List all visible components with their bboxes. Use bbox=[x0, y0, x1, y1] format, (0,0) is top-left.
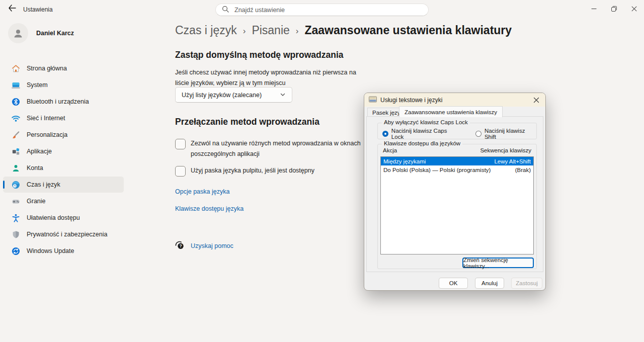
sidebar-item-granie[interactable]: Granie bbox=[3, 193, 124, 209]
search-box[interactable] bbox=[215, 4, 429, 16]
sidebar-item-label: Konta bbox=[27, 164, 43, 172]
person-icon bbox=[13, 28, 24, 39]
sidebar-item-label: Ułatwienia dostępu bbox=[27, 214, 80, 221]
press-shift-label: Naciśnij klawisz Shift bbox=[485, 128, 536, 140]
hotkey-sequence: Lewy Alt+Shift bbox=[494, 158, 531, 164]
per-app-input-checkbox[interactable] bbox=[175, 139, 186, 149]
get-help-icon: ? bbox=[174, 240, 186, 252]
apps-icon bbox=[11, 147, 21, 156]
sidebar-item-ulatwienia-dostepu[interactable]: Ułatwienia dostępu bbox=[3, 210, 124, 226]
hotkeys-group-title: Klawisze dostępu dla języków bbox=[382, 140, 462, 146]
per-app-input-label: Zezwól na używanie różnych metod wprowad… bbox=[191, 138, 365, 159]
home-icon bbox=[11, 64, 21, 73]
sidebar-item-bluetooth[interactable]: Bluetooth i urządzenia bbox=[3, 94, 124, 110]
sidebar-item-label: Strona główna bbox=[27, 65, 67, 72]
press-capslock-label: Naciśnij klawisz Caps Lock bbox=[391, 128, 458, 140]
minimize-button[interactable] bbox=[584, 0, 604, 17]
sidebar-item-label: System bbox=[27, 81, 48, 89]
switching-section-title: Przełączanie metod wprowadzania bbox=[175, 117, 319, 127]
sidebar-item-personalizacja[interactable]: Personalizacja bbox=[3, 127, 124, 143]
capslock-group-title: Aby wyłączyć klawisz Caps Lock bbox=[382, 119, 470, 125]
arrow-left-icon bbox=[8, 5, 16, 14]
sidebar-item-system[interactable]: System bbox=[3, 77, 124, 93]
help-row: ? Uzyskaj pomoc bbox=[174, 240, 233, 252]
page-title: Zaawansowane ustawienia klawiatury bbox=[304, 24, 512, 37]
sidebar-item-label: Aplikacje bbox=[27, 148, 52, 155]
dialog-tab-page: Aby wyłączyć klawisz Caps Lock Naciśnij … bbox=[366, 116, 543, 272]
replace-section-title: Zastąp domyślną metodę wprowadzania bbox=[175, 50, 344, 60]
window-controls bbox=[584, 0, 644, 18]
close-icon bbox=[631, 6, 637, 12]
hotkeys-groupbox: Klawisze dostępu dla języków Akcja Sekwe… bbox=[377, 144, 537, 269]
dialog-close-button[interactable] bbox=[532, 96, 541, 104]
desktop-language-bar-label: Użyj paska języka pulpitu, jeśli jest do… bbox=[191, 165, 314, 177]
sidebar-item-label: Windows Update bbox=[27, 247, 74, 254]
press-capslock-radio[interactable] bbox=[382, 131, 388, 137]
column-header-action: Akcja bbox=[383, 147, 397, 153]
keyboard-icon bbox=[369, 96, 377, 105]
sidebar-item-label: Granie bbox=[27, 198, 46, 205]
sidebar-item-windows-update[interactable]: Windows Update bbox=[3, 243, 124, 259]
breadcrumb-czas-i-jezyk[interactable]: Czas i język bbox=[175, 24, 237, 37]
apply-button[interactable]: Zastosuj bbox=[511, 278, 542, 289]
sidebar-item-label: Sieć i Internet bbox=[27, 115, 65, 122]
sidebar-item-prywatnosc[interactable]: Prywatność i zabezpieczenia bbox=[3, 226, 124, 242]
get-help-link[interactable]: Uzyskaj pomoc bbox=[191, 242, 233, 249]
sidebar-item-strona-glowna[interactable]: Strona główna bbox=[3, 60, 124, 76]
sidebar-item-label: Prywatność i zabezpieczenia bbox=[27, 231, 108, 238]
change-key-sequence-button[interactable]: Zmień sekwencję klawiszy... bbox=[462, 258, 534, 268]
language-bar-options-link[interactable]: Opcje paska języka bbox=[175, 188, 229, 195]
text-services-dialog: Usługi tekstowe i języki Pasek języka Za… bbox=[364, 93, 546, 291]
checkbox-row-language-bar: Użyj paska języka pulpitu, jeśli jest do… bbox=[175, 166, 314, 177]
title-bar: Ustawienia bbox=[0, 0, 644, 18]
user-profile[interactable]: Daniel Karcz bbox=[8, 23, 74, 43]
checkbox-row-per-app: Zezwól na używanie różnych metod wprowad… bbox=[175, 139, 365, 159]
press-shift-radio[interactable] bbox=[475, 131, 481, 137]
hotkeys-listbox[interactable]: Między językami Lewy Alt+Shift Do Polski… bbox=[380, 156, 534, 254]
dialog-title: Usługi tekstowe i języki bbox=[380, 97, 442, 104]
desktop-language-bar-checkbox[interactable] bbox=[175, 166, 186, 177]
sidebar-item-konta[interactable]: Konta bbox=[3, 160, 124, 176]
back-button[interactable] bbox=[5, 3, 19, 16]
restore-button[interactable] bbox=[604, 0, 624, 17]
cancel-button[interactable]: Anuluj bbox=[475, 278, 504, 289]
svg-text:?: ? bbox=[179, 243, 182, 248]
close-icon bbox=[533, 97, 539, 103]
accessibility-icon bbox=[11, 213, 21, 223]
hotkey-action: Między językami bbox=[383, 158, 426, 164]
update-icon bbox=[11, 246, 21, 256]
language-hotkeys-link[interactable]: Klawisze dostępu języka bbox=[175, 205, 244, 212]
system-icon bbox=[11, 80, 21, 90]
breadcrumb-separator: › bbox=[243, 25, 246, 36]
app-title: Ustawienia bbox=[23, 6, 53, 13]
hotkey-action: Do Polski (Polska) — Polski (programisty… bbox=[383, 167, 491, 173]
avatar bbox=[8, 23, 28, 43]
user-name: Daniel Karcz bbox=[36, 30, 74, 37]
hotkey-row-between-languages[interactable]: Między językami Lewy Alt+Shift bbox=[381, 157, 533, 165]
sidebar-item-label: Personalizacja bbox=[27, 131, 67, 138]
hotkey-sequence: (Brak) bbox=[515, 167, 531, 173]
ok-button[interactable]: OK bbox=[439, 278, 468, 289]
sidebar-item-aplikacje[interactable]: Aplikacje bbox=[3, 143, 124, 159]
dropdown-value: Użyj listy języków (zalecane) bbox=[182, 92, 262, 99]
tab-zaawansowane-ustawienia-klawiszy[interactable]: Zaawansowane ustawienia klawiszy bbox=[399, 106, 503, 117]
column-header-sequence: Sekwencja klawiszy bbox=[480, 147, 531, 153]
brush-icon bbox=[11, 130, 21, 140]
hotkey-row-to-polish[interactable]: Do Polski (Polska) — Polski (programisty… bbox=[381, 165, 533, 174]
sidebar-item-label: Bluetooth i urządzenia bbox=[27, 98, 89, 105]
minimize-icon bbox=[591, 6, 597, 12]
sidebar-item-siec-internet[interactable]: Sieć i Internet bbox=[3, 110, 124, 126]
capslock-groupbox: Aby wyłączyć klawisz Caps Lock Naciśnij … bbox=[377, 123, 537, 139]
sidebar-item-czas-jezyk[interactable]: Czas i język bbox=[3, 177, 124, 193]
dialog-title-bar: Usługi tekstowe i języki bbox=[364, 93, 545, 107]
close-button[interactable] bbox=[624, 0, 644, 17]
bluetooth-icon bbox=[11, 97, 21, 107]
search-icon bbox=[222, 6, 229, 15]
clock-icon bbox=[11, 180, 21, 190]
sidebar-item-label: Czas i język bbox=[27, 181, 60, 188]
breadcrumb-pisanie[interactable]: Pisanie bbox=[252, 24, 289, 37]
breadcrumb: Czas i język › Pisanie › Zaawansowane us… bbox=[175, 24, 512, 37]
search-input[interactable] bbox=[233, 6, 417, 14]
sidebar-nav: Strona główna System Bluetooth i urządze… bbox=[3, 60, 124, 260]
input-method-dropdown[interactable]: Użyj listy języków (zalecane) bbox=[175, 87, 292, 103]
